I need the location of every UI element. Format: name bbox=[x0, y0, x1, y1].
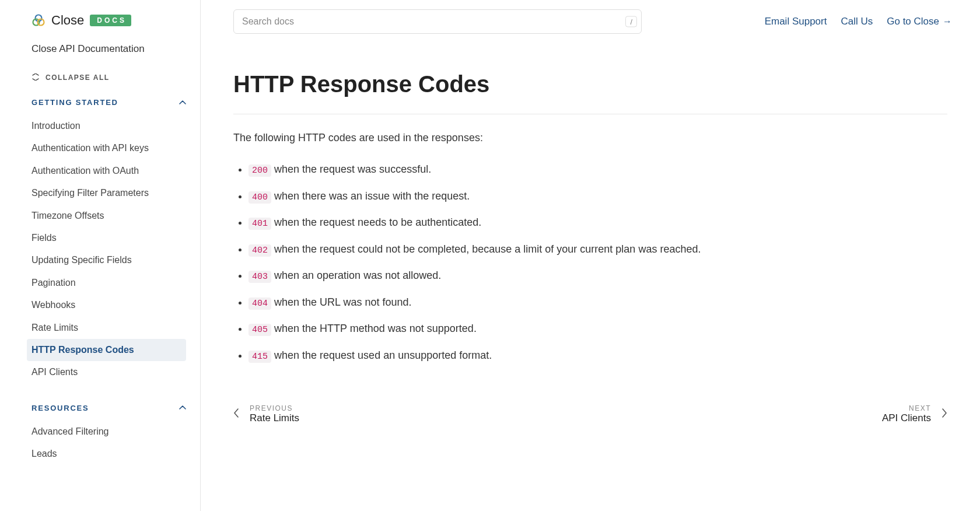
brand[interactable]: Close DOCS bbox=[32, 13, 186, 28]
http-code: 404 bbox=[249, 298, 271, 310]
http-code-desc: when the HTTP method was not supported. bbox=[271, 323, 477, 334]
code-list-item: 415 when the request used an unsupported… bbox=[249, 348, 947, 364]
arrow-right-icon: → bbox=[943, 17, 952, 26]
sidebar-item[interactable]: Fields bbox=[27, 227, 186, 249]
http-code-desc: when the request needs to be authenticat… bbox=[271, 216, 481, 228]
http-code: 403 bbox=[249, 271, 271, 283]
call-us-link[interactable]: Call Us bbox=[841, 16, 873, 27]
code-list-item: 400 when there was an issue with the req… bbox=[249, 188, 947, 205]
sidebar-item[interactable]: Webhooks bbox=[27, 294, 186, 316]
code-list-item: 401 when the request needs to be authent… bbox=[249, 215, 947, 231]
chevron-right-icon bbox=[942, 408, 947, 421]
sidebar-item[interactable]: Specifying Filter Parameters bbox=[27, 182, 186, 204]
brand-name: Close bbox=[51, 13, 84, 28]
chevron-up-icon bbox=[179, 404, 186, 412]
site-title[interactable]: Close API Documentation bbox=[32, 43, 186, 55]
http-code: 200 bbox=[249, 164, 271, 177]
http-code-desc: when the request was successful. bbox=[271, 163, 431, 175]
main: / Email Support Call Us Go to Close → HT… bbox=[201, 0, 980, 511]
sidebar-item[interactable]: Rate Limits bbox=[27, 317, 186, 339]
sidebar-item[interactable]: Introduction bbox=[27, 115, 186, 137]
top-links: Email Support Call Us Go to Close → bbox=[765, 16, 952, 27]
pager-prev-title: Rate Limits bbox=[250, 412, 299, 424]
go-to-close-link[interactable]: Go to Close → bbox=[887, 16, 952, 27]
http-code-desc: when the request used an unsupported for… bbox=[271, 349, 492, 361]
divider bbox=[233, 114, 947, 114]
sidebar-item[interactable]: Authentication with API keys bbox=[27, 137, 186, 159]
pager-prev-kicker: PREVIOUS bbox=[250, 404, 299, 412]
sidebar-item[interactable]: HTTP Response Codes bbox=[27, 339, 186, 361]
search-shortcut-key: / bbox=[625, 16, 637, 27]
page-intro: The following HTTP codes are used in the… bbox=[233, 132, 947, 144]
brand-logo-icon bbox=[32, 13, 46, 27]
pager-prev[interactable]: PREVIOUS Rate Limits bbox=[233, 404, 299, 424]
http-code: 402 bbox=[249, 244, 271, 257]
http-code: 401 bbox=[249, 218, 271, 230]
collapse-icon bbox=[32, 74, 40, 82]
code-list-item: 405 when the HTTP method was not support… bbox=[249, 321, 947, 337]
sidebar: Close DOCS Close API Documentation COLLA… bbox=[0, 0, 201, 511]
http-code: 400 bbox=[249, 191, 271, 204]
page-title: HTTP Response Codes bbox=[233, 71, 947, 97]
http-code-desc: when the URL was not found. bbox=[271, 296, 411, 308]
nav-section-label: GETTING STARTED bbox=[32, 98, 118, 107]
code-list: 200 when the request was successful.400 … bbox=[233, 162, 947, 363]
http-code-desc: when the request could not be completed,… bbox=[271, 243, 701, 255]
pager: PREVIOUS Rate Limits NEXT API Clients bbox=[233, 404, 947, 424]
go-to-close-label: Go to Close bbox=[887, 16, 939, 27]
sidebar-item[interactable]: Leads bbox=[27, 443, 186, 465]
code-list-item: 404 when the URL was not found. bbox=[249, 295, 947, 311]
nav-section: RESOURCESAdvanced FilteringLeads bbox=[32, 404, 186, 466]
nav-section: GETTING STARTEDIntroductionAuthenticatio… bbox=[32, 98, 186, 384]
http-code-desc: when there was an issue with the request… bbox=[271, 190, 470, 202]
sidebar-item[interactable]: API Clients bbox=[27, 361, 186, 383]
chevron-up-icon bbox=[179, 99, 186, 107]
code-list-item: 402 when the request could not be comple… bbox=[249, 242, 947, 258]
docs-badge: DOCS bbox=[90, 15, 131, 26]
sidebar-item[interactable]: Authentication with OAuth bbox=[27, 160, 186, 182]
collapse-all-button[interactable]: COLLAPSE ALL bbox=[32, 74, 186, 82]
sidebar-item[interactable]: Timezone Offsets bbox=[27, 205, 186, 227]
nav-items: IntroductionAuthentication with API keys… bbox=[32, 115, 186, 384]
http-code: 415 bbox=[249, 351, 271, 363]
sidebar-item[interactable]: Pagination bbox=[27, 272, 186, 294]
search-wrap: / bbox=[233, 9, 642, 34]
collapse-all-label: COLLAPSE ALL bbox=[46, 74, 110, 82]
chevron-left-icon bbox=[233, 408, 239, 421]
sidebar-item[interactable]: Advanced Filtering bbox=[27, 421, 186, 443]
email-support-label: Email Support bbox=[765, 16, 827, 27]
sidebar-item[interactable]: Updating Specific Fields bbox=[27, 249, 186, 271]
nav-section-head[interactable]: RESOURCES bbox=[32, 404, 186, 412]
email-support-link[interactable]: Email Support bbox=[765, 16, 827, 27]
nav-section-head[interactable]: GETTING STARTED bbox=[32, 98, 186, 107]
nav-items: Advanced FilteringLeads bbox=[32, 421, 186, 466]
content: HTTP Response Codes The following HTTP c… bbox=[201, 43, 980, 447]
search-input[interactable] bbox=[233, 9, 642, 34]
sidebar-nav: GETTING STARTEDIntroductionAuthenticatio… bbox=[32, 98, 186, 465]
code-list-item: 403 when an operation was not allowed. bbox=[249, 268, 947, 284]
topbar: / Email Support Call Us Go to Close → bbox=[201, 0, 980, 43]
call-us-label: Call Us bbox=[841, 16, 873, 27]
nav-section-label: RESOURCES bbox=[32, 404, 89, 412]
http-code: 405 bbox=[249, 324, 271, 336]
pager-next-kicker: NEXT bbox=[882, 404, 931, 412]
http-code-desc: when an operation was not allowed. bbox=[271, 270, 441, 281]
code-list-item: 200 when the request was successful. bbox=[249, 162, 947, 178]
pager-next[interactable]: NEXT API Clients bbox=[882, 404, 947, 424]
pager-next-title: API Clients bbox=[882, 412, 931, 424]
